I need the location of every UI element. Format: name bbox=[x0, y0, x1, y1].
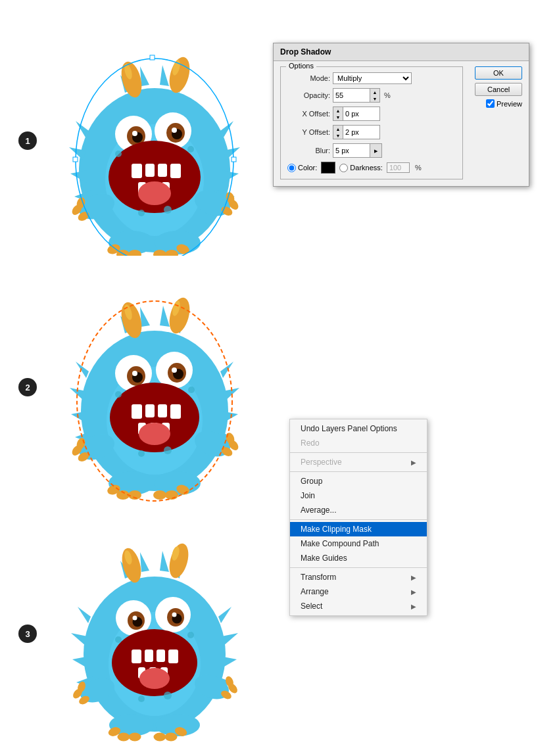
menu-item-perspective: Perspective ▶ bbox=[290, 455, 427, 469]
monster-1-area bbox=[39, 20, 270, 270]
svg-rect-143 bbox=[132, 650, 141, 663]
menu-item-select-label: Select bbox=[301, 602, 322, 611]
ok-button[interactable]: OK bbox=[475, 66, 522, 80]
svg-point-112 bbox=[153, 490, 166, 500]
preview-checkbox[interactable] bbox=[486, 99, 495, 108]
svg-marker-121 bbox=[218, 607, 231, 623]
blur-arrow-btn[interactable]: ▶ bbox=[370, 144, 381, 157]
svg-rect-59 bbox=[231, 157, 236, 162]
svg-point-113 bbox=[165, 490, 178, 500]
menu-item-make-clipping-mask[interactable]: Make Clipping Mask bbox=[290, 522, 427, 536]
svg-point-141 bbox=[172, 613, 177, 617]
monster-2-image bbox=[62, 270, 247, 506]
y-offset-up-btn[interactable]: ▲ bbox=[333, 126, 343, 132]
cancel-button[interactable]: Cancel bbox=[475, 83, 522, 96]
separator-3 bbox=[290, 519, 427, 520]
menu-item-make-guides[interactable]: Make Guides bbox=[290, 551, 427, 565]
darkness-label-text: Darkness: bbox=[350, 164, 383, 172]
x-offset-input[interactable] bbox=[343, 109, 379, 118]
menu-item-transform-label: Transform bbox=[301, 573, 336, 582]
svg-point-24 bbox=[132, 131, 137, 136]
svg-point-96 bbox=[188, 387, 195, 393]
darkness-input[interactable] bbox=[387, 162, 410, 173]
menu-item-arrange-label: Arrange bbox=[301, 587, 329, 596]
svg-rect-30 bbox=[170, 164, 181, 178]
separator-2 bbox=[290, 471, 427, 472]
dialog-title: Drop Shadow bbox=[274, 43, 529, 61]
svg-point-38 bbox=[138, 210, 145, 216]
svg-rect-88 bbox=[145, 404, 155, 417]
svg-point-153 bbox=[164, 692, 172, 699]
perspective-arrow-icon: ▶ bbox=[411, 459, 416, 466]
blur-input[interactable] bbox=[333, 146, 370, 155]
svg-point-25 bbox=[172, 128, 177, 133]
menu-item-make-compound-path[interactable]: Make Compound Path bbox=[290, 536, 427, 551]
svg-point-85 bbox=[172, 367, 177, 373]
svg-point-150 bbox=[139, 668, 170, 689]
darkness-radio[interactable] bbox=[339, 164, 348, 172]
svg-rect-146 bbox=[168, 650, 178, 663]
menu-item-join[interactable]: Join bbox=[290, 488, 427, 503]
x-offset-up-btn[interactable]: ▲ bbox=[333, 107, 343, 114]
svg-rect-58 bbox=[73, 157, 78, 162]
y-offset-input[interactable] bbox=[343, 128, 379, 137]
svg-point-140 bbox=[133, 616, 137, 621]
blur-label: Blur: bbox=[287, 147, 330, 154]
separator-4 bbox=[290, 567, 427, 568]
svg-point-35 bbox=[115, 151, 122, 157]
color-radio-label[interactable]: Color: bbox=[287, 164, 317, 172]
monster-2-area bbox=[39, 266, 270, 509]
svg-point-98 bbox=[138, 450, 145, 457]
menu-item-group[interactable]: Group bbox=[290, 474, 427, 488]
menu-item-undo[interactable]: Undo Layers Panel Options bbox=[290, 421, 427, 436]
darkness-radio-label[interactable]: Darkness: bbox=[339, 164, 383, 172]
svg-marker-123 bbox=[220, 656, 237, 669]
menu-item-make-compound-path-label: Make Compound Path bbox=[301, 539, 379, 548]
svg-rect-28 bbox=[145, 164, 155, 177]
menu-item-arrange[interactable]: Arrange ▶ bbox=[290, 584, 427, 599]
svg-point-84 bbox=[132, 371, 137, 376]
opacity-label: Opacity: bbox=[287, 91, 330, 99]
opacity-down-btn[interactable]: ▼ bbox=[370, 95, 379, 102]
svg-marker-70 bbox=[140, 307, 150, 327]
svg-point-37 bbox=[164, 206, 172, 214]
color-label-text: Color: bbox=[298, 164, 317, 172]
svg-marker-63 bbox=[71, 411, 88, 424]
menu-item-average[interactable]: Average... bbox=[290, 503, 427, 517]
separator-1 bbox=[290, 452, 427, 453]
menu-item-perspective-label: Perspective bbox=[301, 458, 342, 467]
preview-checkbox-label[interactable]: Preview bbox=[486, 99, 522, 108]
svg-rect-29 bbox=[158, 164, 167, 177]
svg-marker-122 bbox=[222, 633, 238, 646]
preview-label-text: Preview bbox=[497, 100, 522, 108]
svg-marker-67 bbox=[221, 411, 238, 424]
menu-item-select[interactable]: Select ▶ bbox=[290, 599, 427, 613]
svg-point-97 bbox=[164, 446, 172, 454]
y-offset-label: Y Offset: bbox=[287, 128, 330, 136]
opacity-input[interactable] bbox=[333, 91, 370, 100]
x-offset-down-btn[interactable]: ▼ bbox=[333, 114, 343, 120]
color-swatch[interactable] bbox=[321, 162, 335, 174]
mode-select[interactable]: Multiply Normal Screen bbox=[333, 72, 412, 84]
menu-item-average-label: Average... bbox=[301, 506, 336, 515]
monster-3-image bbox=[66, 519, 243, 743]
svg-point-94 bbox=[139, 423, 170, 445]
menu-item-make-guides-label: Make Guides bbox=[301, 554, 347, 563]
opacity-up-btn[interactable]: ▲ bbox=[370, 89, 379, 95]
arrange-arrow-icon: ▶ bbox=[411, 588, 416, 596]
menu-item-undo-label: Undo Layers Panel Options bbox=[301, 424, 397, 433]
mode-label: Mode: bbox=[287, 74, 330, 82]
svg-point-36 bbox=[187, 146, 194, 153]
color-radio[interactable] bbox=[287, 164, 296, 172]
y-offset-down-btn[interactable]: ▼ bbox=[333, 132, 343, 139]
step-3-number: 3 bbox=[18, 625, 37, 643]
menu-item-transform[interactable]: Transform ▶ bbox=[290, 570, 427, 584]
opacity-unit: % bbox=[384, 91, 391, 99]
svg-point-74 bbox=[166, 295, 193, 335]
svg-marker-11 bbox=[160, 65, 169, 86]
svg-point-152 bbox=[187, 632, 194, 638]
svg-marker-117 bbox=[78, 607, 91, 623]
options-legend: Options bbox=[286, 62, 316, 70]
monster-1-image bbox=[62, 32, 247, 256]
menu-item-make-clipping-mask-label: Make Clipping Mask bbox=[301, 525, 372, 534]
